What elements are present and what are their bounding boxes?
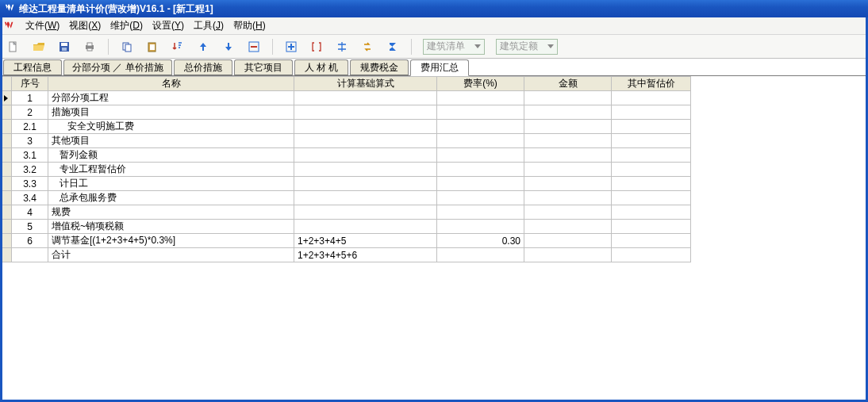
cell-formula[interactable] — [294, 105, 437, 120]
tab-4[interactable]: 人 材 机 — [294, 59, 349, 75]
table-row[interactable]: 3其他项目 — [1, 134, 691, 148]
cell-formula[interactable] — [294, 120, 437, 134]
cell-amount[interactable] — [524, 220, 612, 234]
cell-provisional[interactable] — [612, 220, 691, 234]
cell-rate[interactable] — [437, 91, 524, 105]
table-row[interactable]: 4规费 — [1, 205, 691, 220]
copy-icon[interactable] — [120, 40, 134, 54]
cell-seq[interactable]: 1 — [12, 91, 48, 105]
cell-rate[interactable] — [437, 105, 524, 120]
cell-amount[interactable] — [524, 205, 612, 220]
cell-provisional[interactable] — [612, 120, 691, 134]
cell-name[interactable]: 专业工程暂估价 — [48, 163, 294, 177]
arrow-down-icon[interactable] — [221, 40, 236, 54]
align-icon[interactable] — [335, 40, 349, 54]
sigma-icon[interactable] — [386, 40, 400, 54]
save-icon[interactable] — [57, 40, 71, 54]
cell-name[interactable]: 合计 — [48, 248, 294, 262]
cell-name[interactable]: 总承包服务费 — [48, 191, 294, 205]
tab-2[interactable]: 总价措施 — [174, 59, 232, 75]
cell-provisional[interactable] — [612, 248, 691, 262]
cell-name[interactable]: 增值税~销项税额 — [48, 220, 294, 234]
cell-amount[interactable] — [524, 91, 612, 105]
cell-amount[interactable] — [524, 134, 612, 148]
cell-formula[interactable] — [294, 205, 437, 220]
table-row[interactable]: 3.3计日工 — [1, 177, 691, 191]
arrow-up-icon[interactable] — [196, 40, 210, 54]
cell-rate[interactable] — [437, 177, 524, 191]
cell-formula[interactable]: 1+2+3+4+5 — [294, 234, 437, 248]
cell-rate[interactable] — [437, 248, 524, 262]
cell-seq[interactable]: 3.3 — [12, 177, 48, 191]
cell-rate[interactable] — [437, 220, 524, 234]
table-row[interactable]: 3.4总承包服务费 — [1, 191, 691, 205]
cell-formula[interactable] — [294, 148, 437, 163]
col-name[interactable]: 名称 — [48, 77, 294, 91]
cell-provisional[interactable] — [612, 148, 691, 163]
cell-amount[interactable] — [524, 148, 612, 163]
table-row[interactable]: 5增值税~销项税额 — [1, 220, 691, 234]
cell-amount[interactable] — [524, 248, 612, 262]
cell-provisional[interactable] — [612, 105, 691, 120]
col-provisional[interactable]: 其中暂估价 — [612, 77, 691, 91]
col-rate[interactable]: 费率(%) — [437, 77, 524, 91]
cell-name[interactable]: 安全文明施工费 — [48, 120, 294, 134]
cell-seq[interactable]: 6 — [12, 234, 48, 248]
table-row[interactable]: 2.1安全文明施工费 — [1, 120, 691, 134]
col-formula[interactable]: 计算基础算式 — [294, 77, 437, 91]
menu-tools[interactable]: 工具(J) — [189, 18, 229, 33]
cell-formula[interactable] — [294, 177, 437, 191]
cell-rate[interactable]: 0.30 — [437, 234, 524, 248]
cell-seq[interactable]: 3.2 — [12, 163, 48, 177]
cell-provisional[interactable] — [612, 163, 691, 177]
cell-name[interactable]: 调节基金[(1+2+3+4+5)*0.3%] — [48, 234, 294, 248]
col-seq[interactable]: 序号 — [12, 77, 48, 91]
cell-name[interactable]: 暂列金额 — [48, 148, 294, 163]
paste-icon[interactable] — [145, 40, 159, 54]
menu-help[interactable]: 帮助(H) — [229, 18, 271, 33]
cell-rate[interactable] — [437, 120, 524, 134]
tab-3[interactable]: 其它项目 — [234, 59, 293, 75]
menu-view[interactable]: 视图(X) — [64, 18, 106, 33]
menu-maintain[interactable]: 维护(D) — [106, 18, 148, 33]
col-amount[interactable]: 金额 — [524, 77, 612, 91]
cell-formula[interactable]: 1+2+3+4+5+6 — [294, 248, 437, 262]
tab-5[interactable]: 规费税金 — [350, 59, 409, 75]
cell-name[interactable]: 规费 — [48, 205, 294, 220]
cell-provisional[interactable] — [612, 134, 691, 148]
fee-summary-table[interactable]: 序号 名称 计算基础算式 费率(%) 金额 其中暂估价 1分部分项工程2措施项目… — [0, 76, 691, 262]
cell-name[interactable]: 分部分项工程 — [48, 91, 294, 105]
cell-formula[interactable] — [294, 191, 437, 205]
cell-amount[interactable] — [524, 191, 612, 205]
table-row[interactable]: 合计1+2+3+4+5+6 — [1, 248, 691, 262]
open-folder-icon[interactable] — [32, 40, 46, 54]
cell-provisional[interactable] — [612, 205, 691, 220]
cell-seq[interactable]: 5 — [12, 220, 48, 234]
print-icon[interactable] — [83, 40, 97, 54]
cell-rate[interactable] — [437, 148, 524, 163]
cell-formula[interactable] — [294, 91, 437, 105]
tab-1[interactable]: 分部分项 ／ 单价措施 — [63, 59, 172, 75]
cell-amount[interactable] — [524, 120, 612, 134]
cell-provisional[interactable] — [612, 234, 691, 248]
table-row[interactable]: 2措施项目 — [1, 105, 691, 120]
cell-seq[interactable]: 3.4 — [12, 191, 48, 205]
cell-amount[interactable] — [524, 105, 612, 120]
cell-seq[interactable]: 3 — [12, 134, 48, 148]
cell-amount[interactable] — [524, 234, 612, 248]
table-row[interactable]: 3.1暂列金额 — [1, 148, 691, 163]
cell-amount[interactable] — [524, 177, 612, 191]
cell-formula[interactable] — [294, 220, 437, 234]
plus-icon[interactable] — [284, 40, 298, 54]
cell-rate[interactable] — [437, 163, 524, 177]
cell-name[interactable]: 其他项目 — [48, 134, 294, 148]
table-row[interactable]: 6调节基金[(1+2+3+4+5)*0.3%]1+2+3+4+50.30 — [1, 234, 691, 248]
combo-quota-type[interactable]: 建筑定额 — [496, 39, 558, 55]
cell-amount[interactable] — [524, 163, 612, 177]
cell-provisional[interactable] — [612, 91, 691, 105]
brackets-icon[interactable] — [309, 40, 324, 54]
cell-rate[interactable] — [437, 205, 524, 220]
cell-seq[interactable]: 2.1 — [12, 120, 48, 134]
cell-seq[interactable] — [12, 248, 48, 262]
table-row[interactable]: 1分部分项工程 — [1, 91, 691, 105]
